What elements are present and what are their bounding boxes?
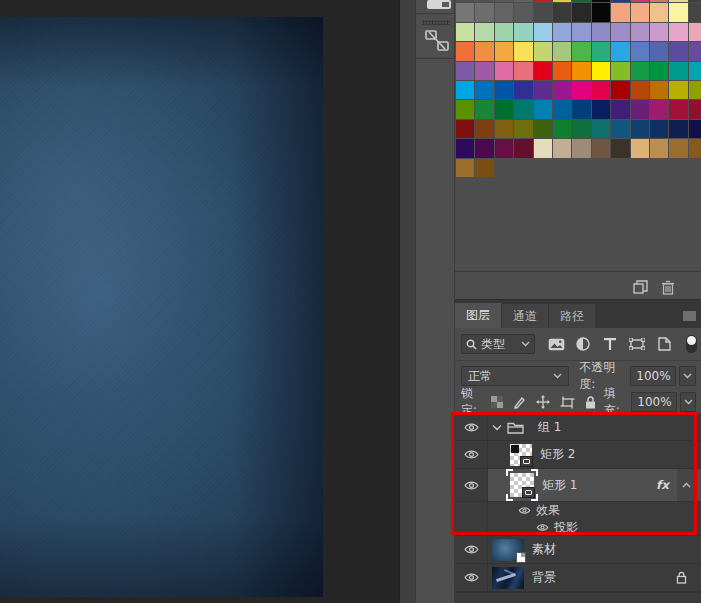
layer-row-rect1-selected[interactable]: 矩形 1 fx [455, 469, 701, 502]
swatch[interactable] [631, 81, 649, 99]
swatch[interactable] [611, 120, 629, 138]
layer-thumbnail-selected[interactable] [510, 473, 534, 497]
swatch[interactable] [592, 100, 610, 118]
panel-menu-icon[interactable] [683, 311, 696, 321]
layer-row-rect2[interactable]: 矩形 2 [455, 441, 701, 469]
layer-row-group1[interactable]: 组 1 [455, 414, 701, 441]
layer-row-sucai[interactable]: 素材 [455, 536, 701, 564]
visibility-eye-icon[interactable] [455, 414, 488, 440]
visibility-eye-icon[interactable] [455, 564, 488, 591]
swatch[interactable] [553, 139, 571, 157]
tab-channels[interactable]: 通道 [502, 304, 548, 328]
swatch[interactable] [650, 23, 668, 41]
swatch[interactable] [514, 120, 532, 138]
fill-value-box[interactable]: 100% [631, 392, 677, 412]
swatch[interactable] [592, 0, 610, 2]
swatch[interactable] [456, 0, 474, 2]
swatch[interactable] [689, 81, 701, 99]
swatch[interactable] [553, 23, 571, 41]
swatch[interactable] [572, 100, 590, 118]
filter-kind-dropdown[interactable]: 类型 [461, 334, 535, 354]
visibility-eye-icon[interactable] [455, 441, 488, 468]
swatch[interactable] [514, 3, 532, 21]
swatch[interactable] [475, 139, 493, 157]
swatch[interactable] [553, 42, 571, 60]
swatch[interactable] [572, 62, 590, 80]
swatch[interactable] [689, 62, 701, 80]
trash-icon[interactable] [659, 278, 677, 296]
opacity-value-box[interactable]: 100% [630, 366, 676, 386]
swatch[interactable] [534, 81, 552, 99]
swatch[interactable] [631, 0, 649, 2]
swatch[interactable] [456, 62, 474, 80]
properties-slider-icon[interactable] [427, 0, 451, 9]
swatch[interactable] [456, 100, 474, 118]
swatch[interactable] [631, 120, 649, 138]
swatch[interactable] [514, 0, 532, 2]
document-canvas[interactable] [0, 17, 323, 597]
swatch[interactable] [631, 42, 649, 60]
swatch[interactable] [456, 139, 474, 157]
swatch[interactable] [689, 100, 701, 118]
adjustment-layer-filter-icon[interactable] [574, 335, 592, 353]
blend-mode-dropdown[interactable]: 正常 [461, 366, 569, 386]
swatch[interactable] [631, 23, 649, 41]
swatch[interactable] [495, 23, 513, 41]
type-layer-filter-icon[interactable] [601, 335, 619, 353]
swatch[interactable] [553, 120, 571, 138]
swatch[interactable] [534, 62, 552, 80]
lock-artboard-icon[interactable] [560, 396, 575, 409]
lock-move-icon[interactable] [536, 395, 550, 409]
effects-eye-icon[interactable] [518, 506, 531, 515]
swatch[interactable] [669, 3, 687, 21]
swatch[interactable] [669, 139, 687, 157]
swatch[interactable] [592, 23, 610, 41]
swatch[interactable] [495, 120, 513, 138]
new-swatch-button[interactable] [631, 278, 649, 296]
swatch[interactable] [611, 0, 629, 2]
swatch[interactable] [689, 3, 701, 21]
fill-dropdown-button[interactable] [680, 392, 696, 412]
swatch[interactable] [650, 100, 668, 118]
swatch[interactable] [514, 139, 532, 157]
dropshadow-eye-icon[interactable] [536, 523, 549, 532]
swatch[interactable] [611, 42, 629, 60]
swatch[interactable] [669, 81, 687, 99]
swatch[interactable] [689, 42, 701, 60]
swatch[interactable] [572, 120, 590, 138]
swatch[interactable] [572, 139, 590, 157]
swatch[interactable] [650, 0, 668, 2]
swatch[interactable] [553, 100, 571, 118]
swatch[interactable] [611, 139, 629, 157]
swatch[interactable] [475, 0, 493, 2]
swatch[interactable] [514, 81, 532, 99]
swatch[interactable] [631, 62, 649, 80]
swatch[interactable] [689, 0, 701, 2]
swatch[interactable] [669, 62, 687, 80]
swatch[interactable] [689, 139, 701, 157]
swatch[interactable] [495, 62, 513, 80]
swatch[interactable] [475, 100, 493, 118]
layer-row-effects[interactable]: 效果 [455, 502, 701, 519]
layer-row-dropshadow[interactable]: 投影 [455, 519, 701, 536]
swatch[interactable] [475, 42, 493, 60]
swatch[interactable] [650, 62, 668, 80]
lock-transparency-icon[interactable] [491, 396, 503, 408]
swatch[interactable] [650, 42, 668, 60]
swatch[interactable] [611, 23, 629, 41]
swatch[interactable] [611, 3, 629, 21]
swatch[interactable] [475, 159, 493, 177]
swatch[interactable] [669, 120, 687, 138]
panel-grip-dots[interactable] [422, 20, 450, 25]
swatch[interactable] [456, 120, 474, 138]
swatch[interactable] [689, 120, 701, 138]
swatch[interactable] [534, 0, 552, 2]
swatch[interactable] [553, 81, 571, 99]
swatch[interactable] [592, 81, 610, 99]
swatch[interactable] [669, 23, 687, 41]
swatch[interactable] [572, 23, 590, 41]
swatch[interactable] [572, 0, 590, 2]
swatch[interactable] [572, 42, 590, 60]
tab-paths[interactable]: 路径 [549, 304, 595, 328]
tab-layers[interactable]: 图层 [455, 303, 501, 328]
